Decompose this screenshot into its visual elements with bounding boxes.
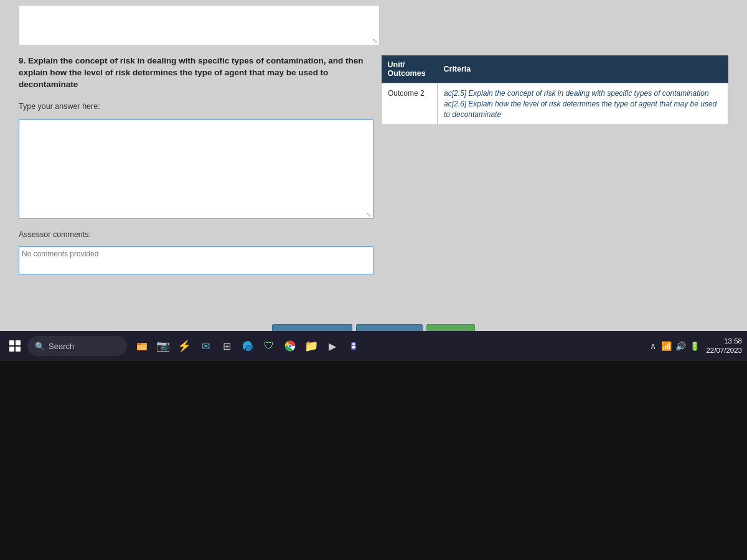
answer-textarea[interactable]	[19, 120, 373, 218]
svg-rect-1	[137, 343, 141, 345]
volume-icon[interactable]: 🔊	[675, 341, 686, 351]
sys-tray: 📶 🔊 🔋	[661, 341, 700, 351]
col1-header: Unit/ Outcomes	[382, 55, 438, 83]
svg-point-5	[289, 345, 292, 348]
taskbar: 🔍 Search 📷 ⚡ ✉ ⊞ 🛡	[0, 331, 747, 361]
camera-icon[interactable]: 📷	[153, 336, 173, 356]
search-bar[interactable]: 🔍 Search	[27, 336, 127, 356]
outcome-cell: Outcome 2	[382, 83, 438, 125]
wifi-icon[interactable]: 📶	[661, 341, 672, 351]
grid-icon[interactable]: ⊞	[217, 336, 237, 356]
assessor-label: Assessor comments:	[19, 230, 374, 239]
criteria-row: Outcome 2 ac[2.5] Explain the concept of…	[382, 83, 728, 125]
search-icon: 🔍	[35, 342, 45, 351]
criteria-text-2: ac[2.6] Explain how the level of risk de…	[444, 100, 716, 119]
date-text: 22/07/2023	[706, 346, 742, 355]
svg-rect-2	[138, 345, 146, 350]
assessor-wrapper	[19, 246, 374, 274]
svg-point-7	[352, 343, 355, 345]
criteria-cell: ac[2.5] Explain the concept of risk in d…	[438, 83, 728, 125]
col2-header: Criteria	[438, 55, 728, 83]
teams-icon[interactable]	[344, 336, 364, 356]
keyboard-area	[0, 361, 747, 560]
media-icon[interactable]: ▶	[322, 336, 342, 356]
vpn-icon[interactable]: 🛡	[259, 336, 279, 356]
right-panel: Unit/ Outcomes Criteria Outcome 2 ac[2.5…	[381, 55, 728, 315]
folder-icon[interactable]: 📁	[301, 336, 321, 356]
top-comment-box	[19, 5, 380, 45]
answer-textarea-wrapper	[19, 119, 374, 219]
taskbar-right: ∧ 📶 🔊 🔋 13:58 22/07/2023	[650, 337, 742, 355]
content-area: 9. Explain the concept of risk in dealin…	[0, 0, 747, 361]
time-text: 13:58	[724, 337, 742, 346]
mail-icon[interactable]: ✉	[195, 336, 215, 356]
answer-label: Type your answer here:	[19, 102, 374, 111]
search-label: Search	[49, 342, 74, 351]
page-background: 9. Explain the concept of risk in dealin…	[0, 0, 747, 361]
battery-icon[interactable]: 🔋	[690, 342, 700, 351]
assessor-textarea[interactable]	[19, 247, 373, 274]
top-comment-textarea[interactable]	[19, 6, 379, 45]
lightning-icon[interactable]: ⚡	[174, 336, 194, 356]
start-button[interactable]	[5, 336, 25, 356]
arrow-up-icon[interactable]: ∧	[650, 341, 656, 351]
criteria-text-1: ac[2.5] Explain the concept of risk in d…	[444, 89, 709, 98]
svg-rect-8	[352, 346, 355, 348]
file-explorer-icon[interactable]	[132, 336, 152, 356]
left-panel: 9. Explain the concept of risk in dealin…	[19, 55, 374, 315]
edge-icon[interactable]	[238, 336, 258, 356]
windows-logo-icon	[9, 340, 21, 352]
criteria-table: Unit/ Outcomes Criteria Outcome 2 ac[2.5…	[381, 55, 728, 125]
chrome-icon[interactable]	[280, 336, 300, 356]
taskbar-icons: 📷 ⚡ ✉ ⊞ 🛡 📁 ▶	[132, 336, 364, 356]
question-text: 9. Explain the concept of risk in dealin…	[19, 55, 374, 91]
time-display[interactable]: 13:58 22/07/2023	[705, 337, 742, 355]
question-section: 9. Explain the concept of risk in dealin…	[19, 55, 728, 315]
